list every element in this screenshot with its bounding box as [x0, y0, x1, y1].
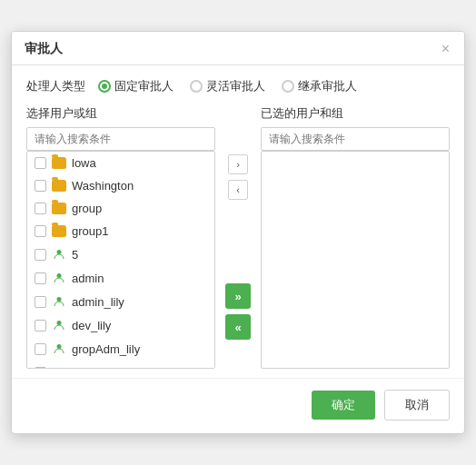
item-checkbox[interactable] [35, 367, 46, 370]
right-list-box[interactable] [261, 151, 450, 369]
list-item[interactable]: lowa [27, 152, 214, 174]
approver-dialog: 审批人 × 处理人类型 固定审批人 灵活审批人 继承审批人 [11, 31, 465, 434]
item-label: 5 [72, 248, 78, 262]
list-item[interactable]: admin_lily [27, 290, 214, 313]
list-item[interactable]: dev_lily [27, 313, 214, 337]
item-label: dev_lily [72, 319, 111, 332]
item-checkbox[interactable] [35, 157, 46, 169]
move-all-left-button[interactable]: « [225, 314, 251, 340]
right-search-input[interactable] [261, 127, 450, 151]
folder-icon [52, 180, 66, 192]
radio-flexible-label: 灵活审批人 [206, 78, 265, 94]
mid-col: › ‹ » « [215, 127, 261, 340]
svg-point-2 [57, 297, 62, 302]
dialog-body: 处理人类型 固定审批人 灵活审批人 继承审批人 选择用户或组 已选的 [12, 65, 464, 378]
radio-circle-flexible [190, 80, 203, 93]
item-label: Washington [72, 179, 134, 193]
cancel-button[interactable]: 取消 [384, 390, 450, 420]
left-panel: lowa Washington group [26, 127, 215, 369]
item-label: gropAdm_lily [72, 342, 140, 356]
folder-icon [52, 157, 66, 169]
radio-group: 固定审批人 灵活审批人 继承审批人 [98, 78, 357, 94]
item-label: admin [72, 272, 104, 285]
item-checkbox[interactable] [35, 203, 46, 214]
left-panel-label: 选择用户或组 [26, 105, 215, 122]
svg-point-5 [57, 368, 62, 369]
item-checkbox[interactable] [35, 180, 46, 192]
svg-point-1 [57, 273, 62, 278]
item-checkbox[interactable] [35, 320, 46, 331]
dialog-footer: 确定 取消 [12, 378, 464, 433]
radio-flexible[interactable]: 灵活审批人 [190, 78, 265, 94]
list-item[interactable]: Washington [27, 174, 214, 197]
folder-icon [52, 203, 66, 214]
list-item[interactable]: group1 [27, 220, 214, 242]
item-checkbox[interactable] [35, 225, 46, 237]
dialog-title: 审批人 [25, 41, 63, 57]
radio-fixed-label: 固定审批人 [114, 78, 174, 94]
folder-icon [52, 225, 66, 237]
panels-content-row: lowa Washington group [26, 127, 450, 369]
panel-label-spacer [215, 105, 261, 122]
move-right-small-button[interactable]: › [228, 154, 248, 174]
user-icon [52, 271, 66, 285]
user-icon [52, 294, 66, 309]
approver-type-label: 处理人类型 [26, 78, 85, 94]
user-icon [52, 318, 66, 332]
list-item[interactable]: group [27, 197, 214, 220]
item-label: group [72, 202, 102, 215]
radio-inherit[interactable]: 继承审批人 [282, 78, 357, 94]
list-item[interactable]: joe [27, 361, 214, 369]
item-checkbox[interactable] [35, 249, 46, 261]
radio-circle-fixed [98, 80, 111, 93]
item-label: group1 [72, 224, 108, 238]
item-checkbox[interactable] [35, 296, 46, 308]
list-item[interactable]: admin [27, 266, 214, 290]
right-panel-label: 已选的用户和组 [261, 105, 450, 122]
left-list-box[interactable]: lowa Washington group [26, 151, 215, 369]
item-label: joe [72, 366, 87, 370]
list-item[interactable]: 5 [27, 242, 214, 266]
item-checkbox[interactable] [35, 272, 46, 284]
move-left-small-button[interactable]: ‹ [228, 180, 248, 200]
radio-fixed[interactable]: 固定审批人 [98, 78, 174, 94]
radio-circle-inherit [282, 80, 294, 93]
left-search-input[interactable] [26, 127, 215, 151]
user-icon [52, 247, 66, 262]
item-checkbox[interactable] [35, 343, 46, 355]
svg-point-3 [57, 321, 62, 325]
svg-point-0 [57, 250, 62, 254]
move-all-right-button[interactable]: » [225, 283, 251, 309]
svg-point-4 [57, 344, 62, 349]
confirm-button[interactable]: 确定 [312, 391, 375, 420]
left-list-items: lowa Washington group [27, 152, 214, 369]
close-button[interactable]: × [440, 42, 451, 56]
item-label: lowa [72, 156, 96, 170]
approver-type-row: 处理人类型 固定审批人 灵活审批人 继承审批人 [26, 78, 450, 94]
list-item[interactable]: gropAdm_lily [27, 337, 214, 361]
panel-labels-row: 选择用户或组 已选的用户和组 [26, 105, 450, 122]
user-icon [52, 365, 66, 369]
radio-inherit-label: 继承审批人 [298, 78, 357, 94]
user-icon [52, 341, 66, 356]
dialog-header: 审批人 × [12, 32, 464, 65]
item-label: admin_lily [72, 295, 124, 309]
right-panel [261, 127, 450, 369]
